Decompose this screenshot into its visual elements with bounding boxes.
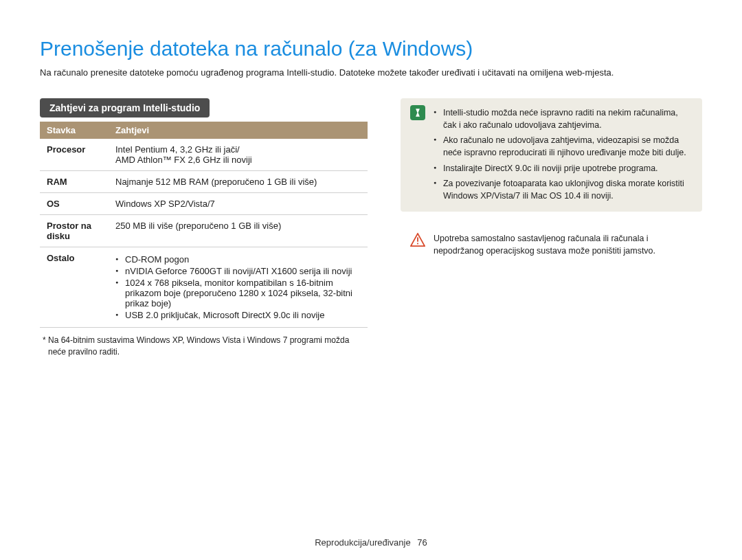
list-item: 1024 x 768 piksela, monitor kompatibilan… <box>115 278 361 309</box>
list-item: CD-ROM pogon <box>115 254 361 265</box>
footer-section: Reprodukcija/uređivanje <box>315 537 410 548</box>
warning-note: Upotreba samostalno sastavljenog računal… <box>401 231 702 258</box>
cell-label: OS <box>40 193 109 215</box>
list-item: Ako računalo ne udovoljava zahtjevima, v… <box>434 134 693 159</box>
cell-label: Procesor <box>40 139 109 171</box>
list-item: Instalirajte DirectX 9.0c ili noviji pri… <box>434 162 693 175</box>
cell-value: Windows XP SP2/Vista/7 <box>109 193 368 215</box>
list-item: Intelli-studio možda neće ispravno radit… <box>434 107 693 131</box>
text: Intel Pentium 4, 3,2 GHz ili jači/ <box>115 144 361 155</box>
cell-label: RAM <box>40 171 109 193</box>
list-item: USB 2.0 priključak, Microsoft DirectX 9.… <box>115 310 361 320</box>
intro-text: Na računalo prenesite datoteke pomoću ug… <box>40 67 702 78</box>
svg-rect-1 <box>417 237 418 241</box>
cell-label: Prostor na disku <box>40 215 109 247</box>
th-zahtjevi: Zahtjevi <box>109 122 368 139</box>
info-icon <box>410 105 425 120</box>
table-row: Prostor na disku 250 MB ili više (prepor… <box>40 215 368 247</box>
footnote: * Na 64-bitnim sustavima Windows XP, Win… <box>40 335 368 358</box>
table-row: Procesor Intel Pentium 4, 3,2 GHz ili ja… <box>40 139 368 171</box>
list-item: Za povezivanje fotoaparata kao uklonjivo… <box>434 177 693 202</box>
th-stavka: Stavka <box>40 122 109 139</box>
page-footer: Reprodukcija/uređivanje 76 <box>0 537 742 548</box>
table-row: OS Windows XP SP2/Vista/7 <box>40 193 368 215</box>
table-row: Ostalo CD-ROM pogon nVIDIA Geforce 7600G… <box>40 247 368 328</box>
text: AMD Athlon™ FX 2,6 GHz ili noviji <box>115 155 361 165</box>
cell-value: 250 MB ili više (preporučeno 1 GB ili vi… <box>109 215 368 247</box>
info-note: Intelli-studio možda neće ispravno radit… <box>401 98 702 212</box>
page-number: 76 <box>417 537 427 548</box>
cell-value: Intel Pentium 4, 3,2 GHz ili jači/ AMD A… <box>109 139 368 171</box>
page-title: Prenošenje datoteka na računalo (za Wind… <box>40 37 702 60</box>
list-item: nVIDIA Geforce 7600GT ili noviji/ATI X16… <box>115 266 361 276</box>
svg-rect-2 <box>417 243 418 244</box>
section-heading: Zahtjevi za program Intelli-studio <box>40 98 210 117</box>
cell-value: Najmanje 512 MB RAM (preporučeno 1 GB il… <box>109 171 368 193</box>
warning-icon <box>410 232 425 247</box>
cell-label: Ostalo <box>40 247 109 328</box>
cell-value: CD-ROM pogon nVIDIA Geforce 7600GT ili n… <box>109 247 368 328</box>
warning-text: Upotreba samostalno sastavljenog računal… <box>434 232 693 257</box>
table-row: RAM Najmanje 512 MB RAM (preporučeno 1 G… <box>40 171 368 193</box>
requirements-table: Stavka Zahtjevi Procesor Intel Pentium 4… <box>40 122 368 328</box>
